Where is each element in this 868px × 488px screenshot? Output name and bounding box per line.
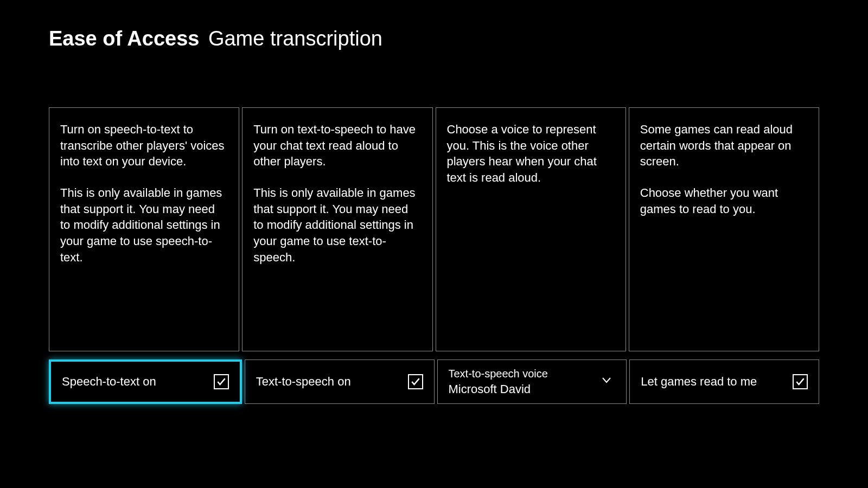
card-text: Turn on text-to-speech to have your chat… bbox=[253, 121, 421, 170]
chevron-down-icon bbox=[600, 374, 613, 390]
card-text: This is only available in games that sup… bbox=[253, 185, 421, 265]
control-label: Speech-to-text on bbox=[62, 375, 214, 389]
card-text: Choose whether you want games to read to… bbox=[640, 185, 808, 217]
card-text: This is only available in games that sup… bbox=[60, 185, 228, 265]
card-text: Choose a voice to represent you. This is… bbox=[447, 121, 615, 186]
card-text-to-speech: Turn on text-to-speech to have your chat… bbox=[242, 107, 432, 351]
header-title: Ease of Access bbox=[49, 27, 199, 50]
text-to-speech-toggle[interactable]: Text-to-speech on bbox=[245, 359, 435, 404]
dropdown-label: Text-to-speech voice bbox=[449, 368, 548, 380]
voice-dropdown[interactable]: Text-to-speech voice Microsoft David bbox=[437, 359, 627, 404]
checkbox-icon bbox=[793, 374, 808, 389]
control-label: Text-to-speech on bbox=[256, 375, 408, 389]
controls-row: Speech-to-text on Text-to-speech on Text… bbox=[0, 359, 868, 404]
card-text: Turn on speech-to-text to transcribe oth… bbox=[60, 121, 228, 170]
checkbox-icon bbox=[214, 374, 229, 389]
read-to-me-toggle[interactable]: Let games read to me bbox=[629, 359, 819, 404]
header-subtitle: Game transcription bbox=[208, 27, 382, 50]
speech-to-text-toggle[interactable]: Speech-to-text on bbox=[49, 359, 242, 404]
dropdown-value: Microsoft David bbox=[449, 382, 531, 396]
card-text: Some games can read aloud certain words … bbox=[640, 121, 808, 170]
checkbox-icon bbox=[408, 374, 423, 389]
card-speech-to-text: Turn on speech-to-text to transcribe oth… bbox=[49, 107, 239, 351]
page-header: Ease of Access Game transcription bbox=[0, 0, 868, 50]
card-read-to-me: Some games can read aloud certain words … bbox=[629, 107, 819, 351]
card-voice: Choose a voice to represent you. This is… bbox=[436, 107, 626, 351]
description-cards: Turn on speech-to-text to transcribe oth… bbox=[0, 107, 868, 351]
control-label: Let games read to me bbox=[641, 375, 793, 389]
